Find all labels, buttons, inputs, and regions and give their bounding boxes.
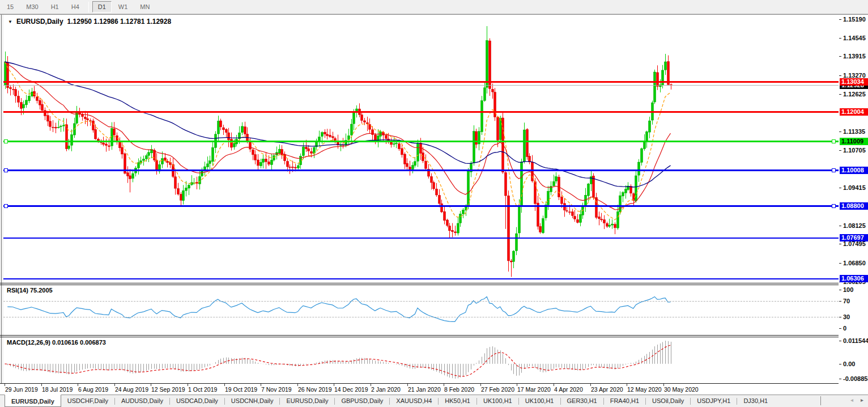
hline-1-12004[interactable] [3, 111, 839, 113]
price-tick [839, 19, 841, 20]
rsi-axis-tick [839, 301, 841, 302]
macd-signal-line [5, 345, 671, 376]
hline-handle[interactable] [4, 139, 8, 143]
macd-axis-label: 0.00 [843, 361, 855, 367]
hline-handle[interactable] [832, 168, 836, 172]
tab-9-uk100-h1[interactable]: UK100,H1 [477, 395, 518, 407]
macd-label: MACD(12,26,9) 0.010616 0.006873 [7, 339, 106, 346]
price-badge-1-08800: 1.08800 [840, 202, 868, 210]
rsi-axis-tick [839, 328, 841, 329]
price-tick [839, 38, 841, 39]
pane-divider[interactable] [0, 335, 868, 336]
tab-8-hk50-h1[interactable]: HK50,H1 [439, 395, 476, 407]
timeframe-h4[interactable]: H4 [66, 1, 85, 12]
tab-10-uk100-h1[interactable]: UK100,H1 [519, 395, 560, 407]
tab-7-xauusd-h4[interactable]: XAUUSD,H4 [390, 395, 438, 407]
date-label: 12 May 2020 [627, 386, 662, 393]
hline-1-07697[interactable] [3, 238, 839, 239]
hline-1-11009[interactable] [3, 141, 839, 142]
chart-dropdown-icon[interactable]: ▼ [8, 19, 12, 24]
date-axis: 29 Jun 201918 Jul 20196 Aug 201924 Aug 2… [0, 384, 868, 395]
date-label: 30 May 2020 [664, 386, 699, 393]
pane-divider[interactable] [0, 285, 868, 285]
rsi-canvas[interactable] [3, 285, 839, 335]
timeframe-h1[interactable]: H1 [45, 1, 65, 12]
tab-1-usdchf-daily[interactable]: USDCHF,Daily [61, 395, 114, 407]
tab-scroll-left-button[interactable]: ◂ [850, 397, 853, 403]
timeframe-15[interactable]: 15 [1, 1, 19, 12]
macd-axis-label: 0.011544 [843, 337, 868, 344]
hline-handle[interactable] [832, 204, 836, 208]
price-label: 1.08125 [843, 222, 866, 229]
hline-1-10008[interactable] [3, 169, 839, 171]
tab-scroll-right-button[interactable]: ▸ [861, 397, 863, 403]
rsi-axis-tick [839, 317, 841, 317]
date-label: 6 Aug 2019 [78, 386, 108, 393]
date-label: 12 Sep 2019 [151, 386, 185, 393]
rsi-axis-label: 100 [843, 286, 853, 293]
price-label: 1.12625 [843, 91, 866, 97]
hline-handle[interactable] [4, 204, 8, 208]
tab-5-eurusd-daily[interactable]: EURUSD,Daily [280, 395, 334, 407]
hline-handle[interactable] [832, 139, 836, 143]
window-top-border [0, 14, 868, 15]
price-label: 1.11335 [843, 128, 865, 135]
tab-2-audusd-daily[interactable]: AUDUSD,Daily [115, 395, 169, 407]
price-label: 1.07495 [843, 240, 866, 247]
tab-12-fra40-h1[interactable]: FRA40,H1 [604, 395, 645, 407]
price-tick [839, 150, 841, 151]
date-label: 8 Feb 2020 [444, 386, 474, 393]
price-badge-1-06306: 1.06306 [840, 275, 868, 282]
tab-4-usdcnh-daily[interactable]: USDCNH,Daily [225, 395, 280, 407]
date-label: 7 Nov 2019 [261, 386, 292, 393]
hline-1-06306[interactable] [3, 278, 839, 279]
date-label: 18 Jul 2019 [42, 386, 73, 393]
macd-axis-tick [839, 341, 841, 341]
date-label: 29 Jun 2019 [5, 386, 38, 393]
rsi-axis-tick [839, 290, 841, 290]
price-badge-1-10008: 1.10008 [840, 167, 868, 174]
terminal-screen: 15M30H1H4D1W1MN ▼ EURUSD,Daily 1.12950 1… [0, 0, 868, 407]
date-label: 24 Aug 2019 [115, 386, 148, 393]
macd-canvas[interactable] [3, 337, 839, 383]
price-label: 1.09415 [843, 184, 866, 191]
price-tick [839, 75, 841, 76]
price-chart-pane[interactable]: ▼ EURUSD,Daily 1.12950 1.12986 1.12781 1… [3, 15, 839, 283]
macd-indicator-pane[interactable]: MACD(12,26,9) 0.010616 0.006873 [3, 337, 839, 383]
bid-price-line [3, 85, 839, 86]
date-label: 14 Dec 2019 [334, 386, 368, 393]
tab-15-dj30-h1[interactable]: DJ30,H1 [737, 395, 774, 407]
tab-11-ger30-h1[interactable]: GER30,H1 [561, 395, 603, 407]
price-label: 1.15190 [843, 16, 866, 23]
pane-divider[interactable] [0, 283, 868, 283]
price-axis: 1.151901.145451.139151.132701.126251.113… [839, 15, 868, 384]
date-label: 4 Apr 2020 [554, 386, 583, 393]
chart-title: ▼ EURUSD,Daily 1.12950 1.12986 1.12781 1… [8, 18, 171, 26]
timeframe-d1[interactable]: D1 [92, 1, 112, 12]
timeframe-m30[interactable]: M30 [20, 1, 44, 12]
timeframe-mn[interactable]: MN [134, 1, 155, 12]
price-badge-1-13034: 1.13034 [840, 78, 868, 86]
chart-tab-bar: EURUSD,DailyUSDCHF,DailyAUDUSD,DailyUSDC… [0, 395, 868, 407]
price-tick [839, 226, 841, 226]
date-label: 23 Apr 2020 [591, 386, 623, 393]
price-tick [839, 56, 841, 57]
date-label: 1 Oct 2019 [188, 386, 217, 393]
tab-scroll-arrows: ◂ ▸ [850, 397, 863, 403]
tab-0-eurusd-daily[interactable]: EURUSD,Daily [5, 395, 61, 407]
hline-1-13034[interactable] [3, 81, 839, 83]
candlestick-canvas[interactable] [3, 15, 839, 283]
price-label: 1.13270 [843, 72, 866, 79]
date-label: 19 Oct 2019 [225, 386, 257, 393]
tab-3-usdcad-daily[interactable]: USDCAD,Daily [170, 395, 224, 407]
timeframe-w1[interactable]: W1 [113, 1, 134, 12]
pane-divider[interactable] [0, 337, 868, 337]
tab-14-usdjpy-h1[interactable]: USDJPY,H1 [691, 395, 737, 407]
date-label: 26 Nov 2019 [298, 386, 332, 393]
tab-6-gbpusd-daily[interactable]: GBPUSD,Daily [335, 395, 389, 407]
hline-handle[interactable] [4, 168, 8, 172]
hline-1-08800[interactable] [3, 205, 839, 207]
tab-13-usoil-daily[interactable]: USOil,Daily [646, 395, 690, 407]
rsi-indicator-pane[interactable]: RSI(14) 75.2005 [3, 285, 839, 335]
rsi-axis-label: 30 [843, 313, 850, 320]
